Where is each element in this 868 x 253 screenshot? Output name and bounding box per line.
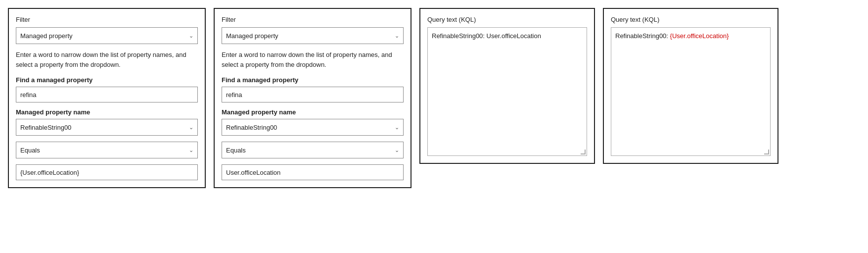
- query-panel-1: Query text (KQL) RefinableString00: User…: [419, 8, 595, 164]
- find-input-2[interactable]: [222, 87, 404, 102]
- find-input-1[interactable]: [16, 87, 198, 102]
- find-label-1: Find a managed property: [16, 76, 198, 84]
- filter-description-2: Enter a word to narrow down the list of …: [222, 50, 404, 69]
- managed-property-select-2[interactable]: RefinableString00RefinableString01Refina…: [222, 119, 403, 135]
- managed-property-select-wrapper-2: RefinableString00RefinableString01Refina…: [222, 119, 404, 136]
- filter-select-2[interactable]: Managed propertyContent typeAuthor: [222, 28, 403, 44]
- equals-select-wrapper-1: EqualsContainsStarts with ⌄: [16, 142, 198, 158]
- equals-select-wrapper-2: EqualsContainsStarts with ⌄: [222, 142, 404, 158]
- filter-label-2: Filter: [222, 16, 404, 23]
- query-title-2: Query text (KQL): [611, 16, 771, 23]
- resize-handle-2[interactable]: [763, 149, 769, 154]
- filter-select-wrapper-1: Managed propertyContent typeAuthor ⌄: [16, 27, 198, 44]
- filter-label-1: Filter: [16, 16, 198, 23]
- filter-select-1[interactable]: Managed propertyContent typeAuthor: [16, 28, 197, 44]
- query-value-1: User.officeLocation: [487, 32, 541, 40]
- query-value-2: {User.officeLocation}: [670, 32, 729, 40]
- filter-panel-1: Filter Managed propertyContent typeAutho…: [8, 8, 206, 188]
- managed-property-label-1: Managed property name: [16, 108, 198, 116]
- managed-property-select-1[interactable]: RefinableString00RefinableString01Refina…: [16, 119, 197, 135]
- equals-select-2[interactable]: EqualsContainsStarts with: [222, 142, 403, 158]
- query-prefix-1: RefinableString00:: [432, 32, 487, 40]
- managed-property-select-wrapper-1: RefinableString00RefinableString01Refina…: [16, 119, 198, 136]
- query-panel-2: Query text (KQL) RefinableString00: {Use…: [603, 8, 778, 164]
- query-text-area-2[interactable]: RefinableString00: {User.officeLocation}: [611, 27, 771, 156]
- value-input-2[interactable]: [222, 164, 404, 180]
- query-prefix-2: RefinableString00:: [615, 32, 670, 40]
- filter-panel-2: Filter Managed propertyContent typeAutho…: [214, 8, 411, 188]
- find-label-2: Find a managed property: [222, 76, 404, 84]
- filter-select-wrapper-2: Managed propertyContent typeAuthor ⌄: [222, 27, 404, 44]
- equals-select-1[interactable]: EqualsContainsStarts with: [16, 142, 197, 158]
- resize-handle-1[interactable]: [580, 149, 586, 154]
- query-text-area-1[interactable]: RefinableString00: User.officeLocation: [427, 27, 587, 156]
- managed-property-label-2: Managed property name: [222, 108, 404, 116]
- value-input-1[interactable]: [16, 164, 198, 180]
- filter-description-1: Enter a word to narrow down the list of …: [16, 50, 198, 69]
- query-title-1: Query text (KQL): [427, 16, 587, 23]
